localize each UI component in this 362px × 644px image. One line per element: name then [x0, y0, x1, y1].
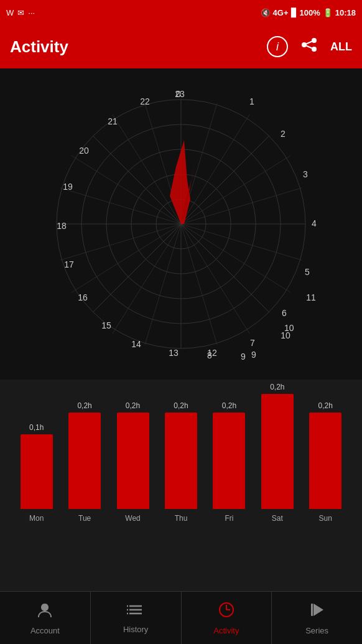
bar-rect: [309, 413, 341, 509]
account-icon: [36, 601, 53, 622]
polar-label-16: 16: [78, 292, 88, 302]
polar-label-3: 3: [303, 169, 308, 179]
bar-value: 0,2h: [174, 401, 188, 410]
bar-rect: [213, 413, 245, 509]
status-left-icons: W ✉ ···: [6, 8, 35, 17]
svg-line-4: [304, 45, 314, 49]
bar-chart: 0,1hMon0,2hTue0,2hWed0,2hThu0,2hFri0,2hS…: [12, 386, 350, 541]
nav-history[interactable]: History: [91, 592, 182, 644]
nav-series[interactable]: Series: [272, 592, 362, 644]
polar-label-21: 21: [108, 116, 118, 126]
bar-group-tue: 0,2hTue: [68, 401, 101, 523]
series-icon: [309, 601, 326, 622]
svg-line-3: [304, 40, 314, 45]
battery-icon: 🔋: [323, 8, 333, 17]
polar-chart-section: 0 1 2 3 4 5 6 7 8 9 10 9 10 11 12 13 14 …: [0, 68, 362, 380]
status-bar: W ✉ ··· 🔇 4G+ ▊ 100% 🔋 10:18: [0, 0, 362, 25]
polar-label-17: 17: [64, 259, 74, 269]
bar-rect: [261, 394, 294, 509]
bar-label: Tue: [78, 514, 91, 523]
bar-label: Fri: [225, 514, 233, 523]
polar-chart-svg: 0 1 2 3 4 5 6 7 8 9 10 9 10 11 12 13 14 …: [32, 75, 330, 373]
polar-label-9: 9: [251, 350, 256, 360]
polar-chart: 0 1 2 3 4 5 6 7 8 9 10 9 10 11 12 13 14 …: [32, 75, 330, 373]
history-icon: [127, 602, 144, 621]
bottom-nav: Account History Activity: [0, 591, 362, 644]
bar-label: Sat: [272, 514, 283, 523]
share-button[interactable]: [300, 38, 318, 55]
bar-group-mon: 0,1hMon: [21, 423, 53, 523]
bar-rect: [117, 413, 149, 509]
history-label: History: [123, 625, 148, 634]
activity-label: Activity: [213, 626, 239, 635]
polar-label-15: 15: [101, 320, 111, 330]
header-actions: i ALL: [267, 36, 352, 57]
polar-label-4: 4: [312, 218, 317, 228]
bar-rect: [165, 413, 197, 509]
polar-label-22: 22: [140, 96, 150, 106]
bar-label: Sun: [319, 514, 332, 523]
signal-text: 4G+: [273, 8, 289, 17]
series-label: Series: [305, 626, 328, 635]
account-label: Account: [30, 626, 60, 635]
polar-label-10b: 10: [281, 330, 290, 340]
mute-icon: 🔇: [261, 8, 271, 17]
bar-group-wed: 0,2hWed: [117, 401, 149, 523]
nav-account[interactable]: Account: [0, 592, 91, 644]
bar-value: 0,2h: [126, 401, 140, 410]
polar-label-14: 14: [131, 339, 141, 349]
polar-label-9b: 9: [241, 352, 246, 362]
nav-activity[interactable]: Activity: [182, 592, 272, 644]
info-button[interactable]: i: [267, 36, 288, 57]
svg-marker-33: [313, 604, 323, 616]
header: Activity i ALL: [0, 25, 362, 68]
bar-chart-section: 0,1hMon0,2hTue0,2hWed0,2hThu0,2hFri0,2hS…: [0, 380, 362, 566]
bar-group-thu: 0,2hThu: [165, 401, 197, 523]
bar-rect: [68, 413, 101, 509]
svg-rect-34: [311, 604, 313, 616]
bar-value: 0,2h: [318, 401, 333, 410]
polar-label-6: 6: [282, 308, 287, 318]
w-icon: W: [6, 8, 14, 17]
polar-label-2: 2: [281, 129, 285, 139]
polar-label-18: 18: [57, 221, 67, 231]
bar-label: Mon: [29, 514, 44, 523]
polar-label-20: 20: [79, 146, 89, 156]
bar-value: 0,2h: [270, 383, 284, 391]
activity-icon: [218, 601, 235, 622]
bar-label: Wed: [125, 514, 140, 523]
polar-label-5: 5: [305, 267, 310, 277]
bar-value: 0,1h: [29, 423, 44, 432]
bar-label: Thu: [175, 514, 188, 523]
bar-group-sat: 0,2hSat: [261, 383, 294, 523]
mail-icon: ✉: [17, 8, 24, 17]
polar-label-19: 19: [63, 182, 73, 192]
polar-label-7: 7: [250, 338, 255, 348]
polar-label-13: 13: [169, 348, 179, 358]
more-icon: ···: [28, 8, 35, 17]
polar-label-11: 11: [306, 292, 316, 302]
battery-text: 100%: [300, 8, 320, 17]
bar-group-sun: 0,2hSun: [309, 401, 341, 523]
bar-value: 0,2h: [77, 401, 91, 410]
polar-label-1: 1: [249, 96, 254, 106]
time: 10:18: [335, 8, 356, 17]
signal-bars: ▊: [291, 8, 297, 17]
bar-value: 0,2h: [222, 401, 236, 410]
status-right-icons: 🔇 4G+ ▊ 100% 🔋 10:18: [261, 8, 356, 17]
polar-label-12: 12: [207, 348, 217, 358]
bar-group-fri: 0,2hFri: [213, 401, 245, 523]
page-title: Activity: [10, 37, 68, 57]
all-button[interactable]: ALL: [330, 40, 352, 54]
polar-label-23: 23: [175, 89, 185, 99]
bar-rect: [21, 434, 53, 509]
